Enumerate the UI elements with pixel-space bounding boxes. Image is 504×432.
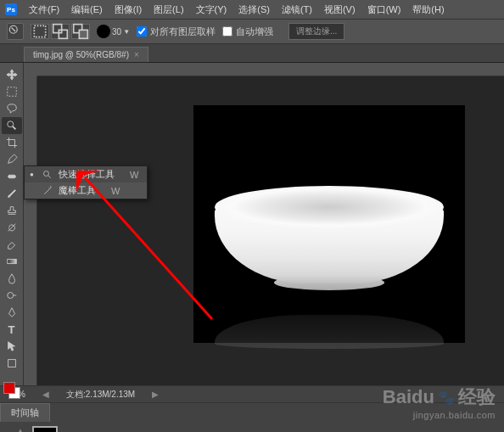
- brush-tool-icon[interactable]: [2, 185, 22, 202]
- menu-edit[interactable]: 编辑(E): [66, 2, 108, 18]
- selection-mode-group: [31, 24, 90, 39]
- svg-rect-6: [7, 87, 16, 97]
- flyout-label: 魔棒工具: [59, 184, 96, 197]
- doc-info: 文档:2.13M/2.13M: [66, 389, 135, 401]
- flyout-quick-select[interactable]: ● 快速选择工具 W: [25, 166, 147, 182]
- brush-size-value: 30: [112, 27, 121, 36]
- history-brush-tool-icon[interactable]: [2, 219, 22, 236]
- flyout-shortcut: W: [111, 186, 120, 196]
- tool-preset-icon[interactable]: [7, 23, 24, 40]
- prev-arrow-icon[interactable]: ◀: [42, 390, 49, 399]
- svg-rect-8: [8, 175, 15, 178]
- bowl-image: [215, 165, 444, 283]
- flyout-label: 快速选择工具: [59, 168, 115, 181]
- gradient-tool-icon[interactable]: [2, 253, 22, 270]
- new-selection-icon[interactable]: [31, 24, 49, 39]
- crop-tool-icon[interactable]: [2, 134, 22, 151]
- frame-nav-icons[interactable]: ▲▼: [17, 427, 25, 432]
- ruler-horizontal[interactable]: [37, 63, 504, 76]
- tool-flyout-menu: ● 快速选择工具 W 魔棒工具 W: [24, 166, 148, 199]
- menu-help[interactable]: 帮助(H): [407, 2, 449, 18]
- eraser-tool-icon[interactable]: [2, 236, 22, 253]
- foreground-color-swatch[interactable]: [3, 382, 15, 394]
- sample-all-input[interactable]: [137, 26, 147, 36]
- auto-enhance-checkbox[interactable]: 自动增强: [222, 25, 273, 38]
- tab-close-icon[interactable]: ×: [134, 50, 139, 59]
- document-tab[interactable]: timg.jpg @ 50%(RGB/8#) ×: [24, 47, 148, 62]
- tool-palette: T: [0, 63, 24, 385]
- menu-file[interactable]: 文件(F): [24, 2, 64, 18]
- info-arrow-icon[interactable]: ▶: [152, 390, 159, 399]
- menu-bar: Ps 文件(F) 编辑(E) 图像(I) 图层(L) 文字(Y) 选择(S) 滤…: [0, 0, 504, 19]
- svg-point-7: [7, 121, 13, 127]
- magic-wand-icon: [42, 186, 53, 196]
- options-bar: 30 ▼ 对所有图层取样 自动增强 调整边缘...: [0, 19, 504, 44]
- ruler-corner: [24, 63, 37, 76]
- flyout-magic-wand[interactable]: 魔棒工具 W: [25, 182, 147, 199]
- quick-select-icon: [42, 170, 53, 180]
- tab-title: timg.jpg @ 50%(RGB/8#): [33, 50, 129, 59]
- lasso-tool-icon[interactable]: [2, 100, 22, 117]
- subtract-selection-icon[interactable]: [71, 24, 90, 39]
- shape-tool-icon[interactable]: [2, 355, 22, 372]
- timeline-panel: 时间轴: [0, 402, 504, 422]
- selected-indicator-icon: ●: [30, 171, 36, 178]
- menu-image[interactable]: 图像(I): [109, 2, 147, 18]
- type-tool-icon[interactable]: T: [2, 321, 22, 338]
- menu-window[interactable]: 窗口(W): [362, 2, 406, 18]
- quick-select-tool-icon[interactable]: [2, 117, 22, 134]
- menu-select[interactable]: 选择(S): [233, 2, 275, 18]
- svg-rect-2: [53, 25, 62, 33]
- timeline-tab[interactable]: 时间轴: [0, 403, 50, 422]
- app-icon: Ps: [5, 3, 17, 15]
- bowl-reflection: [215, 315, 444, 362]
- document-canvas[interactable]: [193, 105, 465, 343]
- dodge-tool-icon[interactable]: [2, 287, 22, 304]
- brush-size-picker[interactable]: 30 ▼: [97, 25, 130, 38]
- svg-rect-9: [7, 259, 16, 263]
- frames-strip: ▲▼ 1: [0, 422, 504, 432]
- svg-rect-11: [8, 360, 15, 367]
- brush-preview-icon: [97, 25, 110, 38]
- auto-enhance-input[interactable]: [222, 26, 232, 36]
- blur-tool-icon[interactable]: [2, 270, 22, 287]
- add-selection-icon[interactable]: [51, 24, 70, 39]
- menu-layer[interactable]: 图层(L): [148, 2, 188, 18]
- document-tab-bar: timg.jpg @ 50%(RGB/8#) ×: [0, 44, 504, 63]
- marquee-tool-icon[interactable]: [2, 83, 22, 100]
- svg-rect-3: [59, 30, 67, 38]
- refine-edge-button[interactable]: 调整边缘...: [288, 23, 344, 40]
- frame-thumbnail[interactable]: [32, 426, 58, 432]
- svg-point-12: [44, 171, 49, 176]
- menu-view[interactable]: 视图(V): [319, 2, 361, 18]
- svg-point-10: [7, 293, 13, 299]
- path-select-tool-icon[interactable]: [2, 338, 22, 355]
- stamp-tool-icon[interactable]: [2, 202, 22, 219]
- sample-all-layers-checkbox[interactable]: 对所有图层取样: [137, 25, 216, 38]
- flyout-shortcut: W: [130, 170, 138, 180]
- svg-rect-1: [34, 25, 45, 36]
- ruler-vertical[interactable]: [24, 76, 37, 385]
- healing-tool-icon[interactable]: [2, 168, 22, 185]
- menu-type[interactable]: 文字(Y): [191, 2, 232, 18]
- workspace: T ● 快速选择工具 W 魔棒工具 W: [0, 63, 504, 385]
- pen-tool-icon[interactable]: [2, 304, 22, 321]
- eyedropper-tool-icon[interactable]: [2, 151, 22, 168]
- menu-filter[interactable]: 滤镜(T): [277, 2, 317, 18]
- move-tool-icon[interactable]: [2, 66, 22, 83]
- svg-rect-5: [79, 30, 87, 38]
- canvas-area: [24, 63, 504, 385]
- status-bar: 50% ◀ 文档:2.13M/2.13M ▶: [0, 385, 504, 402]
